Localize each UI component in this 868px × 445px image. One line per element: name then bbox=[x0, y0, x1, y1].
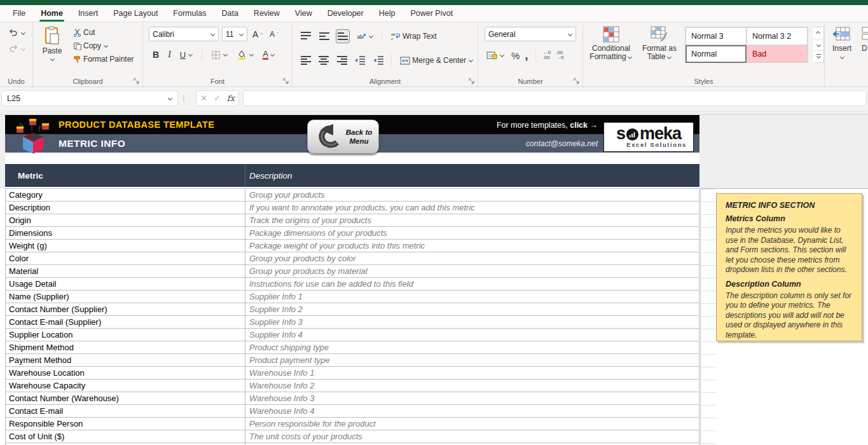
ribbon-tab[interactable]: Help bbox=[371, 5, 403, 22]
format-as-table-button[interactable]: Format as Table bbox=[639, 26, 680, 63]
insert-cells-button[interactable]: Insert bbox=[832, 26, 851, 60]
description-cell[interactable]: Product shipping type bbox=[245, 341, 699, 353]
conditional-formatting-button[interactable]: Conditional Formatting bbox=[588, 26, 634, 63]
table-row[interactable]: Warehouse Location Warehouse Info 1 bbox=[5, 367, 699, 380]
paste-button[interactable]: Paste bbox=[39, 26, 65, 64]
ribbon-tab[interactable]: Review bbox=[246, 5, 287, 22]
table-row[interactable]: Origin Track the origins of your product… bbox=[5, 214, 699, 227]
table-row[interactable]: Name (Supplier) Supplier Info 1 bbox=[5, 291, 699, 303]
ribbon-tab[interactable]: Power Pivot bbox=[403, 5, 460, 22]
promo-text[interactable]: For more templates, click → bbox=[497, 121, 598, 130]
redo-button[interactable] bbox=[6, 43, 32, 54]
merge-center-button[interactable]: Merge & Center bbox=[398, 55, 475, 65]
description-cell[interactable]: The unit costs of your products bbox=[245, 430, 699, 442]
table-row[interactable]: Contact Number (Warehouse) Warehouse Inf… bbox=[5, 392, 699, 405]
table-row[interactable]: Shipment Method Product shipping type bbox=[5, 341, 699, 354]
description-cell[interactable]: Warehouse Info 1 bbox=[245, 367, 699, 379]
cell-style-chip[interactable]: Normal bbox=[685, 45, 747, 63]
description-cell[interactable]: Group your products by color bbox=[245, 252, 699, 264]
name-box-dropdown-icon[interactable] bbox=[167, 96, 172, 101]
format-painter-button[interactable]: Format Painter bbox=[71, 54, 135, 64]
metric-cell[interactable]: Weight (g) bbox=[6, 240, 245, 252]
description-cell[interactable]: Group your products bbox=[245, 189, 699, 201]
italic-button[interactable]: I bbox=[166, 49, 173, 60]
underline-button[interactable]: U bbox=[178, 50, 195, 60]
alignment-dialog-launcher[interactable] bbox=[469, 78, 475, 85]
cell-style-chip[interactable]: Bad bbox=[747, 45, 808, 63]
percent-style-button[interactable]: % bbox=[511, 50, 520, 61]
table-row[interactable]: Dimensions Package dimensions of your pr… bbox=[5, 227, 699, 240]
table-row[interactable]: Contact E-mail Warehouse Info 4 bbox=[5, 405, 699, 418]
table-row[interactable]: Warehouse Capacity Warehouse Info 2 bbox=[5, 380, 699, 392]
ribbon-tab[interactable]: Developer bbox=[320, 5, 371, 22]
table-row[interactable]: Color Group your products by color bbox=[5, 252, 699, 265]
cell-style-chip[interactable]: Normal 3 bbox=[685, 27, 747, 45]
description-cell[interactable]: Warehouse Info 2 bbox=[245, 380, 699, 392]
clipboard-dialog-launcher[interactable] bbox=[134, 78, 140, 85]
description-cell[interactable]: Supplier Info 1 bbox=[245, 291, 699, 303]
description-cell[interactable]: If you want to annotate your products, y… bbox=[245, 202, 699, 214]
align-bottom-button[interactable] bbox=[336, 29, 350, 43]
metric-cell[interactable]: Payment Method bbox=[6, 354, 245, 366]
cell-style-chip[interactable]: Normal 3 2 bbox=[747, 27, 808, 45]
ribbon-tab[interactable]: Page Layout bbox=[106, 5, 165, 22]
undo-button[interactable] bbox=[6, 27, 32, 38]
increase-indent-button[interactable] bbox=[371, 53, 385, 67]
increase-decimal-button[interactable]: ←0.00 bbox=[543, 50, 551, 60]
table-row[interactable]: Contact Number (Supplier) Supplier Info … bbox=[5, 303, 699, 316]
gallery-expand[interactable] bbox=[813, 50, 823, 62]
formula-bar-grip[interactable] bbox=[183, 95, 186, 102]
metric-cell[interactable]: Warehouse Capacity bbox=[6, 380, 245, 392]
copy-button[interactable]: Copy bbox=[71, 41, 135, 51]
description-cell[interactable]: Supplier Info 2 bbox=[245, 303, 699, 315]
metric-cell[interactable]: Shipment Method bbox=[6, 341, 245, 353]
cut-button[interactable]: Cut bbox=[71, 27, 135, 38]
name-box[interactable]: L25 bbox=[1, 90, 178, 106]
delete-cells-button[interactable]: D bbox=[862, 26, 868, 60]
bold-button[interactable]: B bbox=[151, 49, 161, 60]
table-row[interactable]: Supplier Location Supplier Info 4 bbox=[5, 329, 699, 341]
description-cell[interactable]: Supplier Info 3 bbox=[245, 316, 699, 328]
metric-cell[interactable]: Warehouse Location bbox=[6, 367, 245, 379]
insert-function-button[interactable]: fx bbox=[227, 93, 235, 103]
borders-button[interactable] bbox=[209, 50, 230, 60]
description-cell[interactable]: Product payment type bbox=[245, 354, 699, 366]
align-top-button[interactable] bbox=[299, 29, 313, 43]
metric-cell[interactable]: Supplier Location bbox=[6, 329, 245, 341]
metric-cell[interactable]: Contact Number (Supplier) bbox=[6, 303, 245, 315]
metric-cell[interactable]: Color bbox=[6, 252, 245, 264]
formula-input[interactable] bbox=[243, 90, 867, 106]
font-size-combo[interactable]: 11 bbox=[222, 27, 247, 41]
metric-cell[interactable]: Origin bbox=[6, 214, 245, 226]
align-center-button[interactable] bbox=[317, 53, 330, 67]
align-right-button[interactable] bbox=[335, 53, 348, 67]
someka-logo[interactable]: s meka Excel Solutions bbox=[603, 122, 694, 152]
font-dialog-launcher[interactable] bbox=[283, 78, 289, 85]
metric-cell[interactable]: Description bbox=[6, 202, 245, 214]
decrease-indent-button[interactable] bbox=[353, 53, 366, 67]
table-row[interactable]: Weight (g) Package weight of your produc… bbox=[5, 240, 699, 252]
align-middle-button[interactable] bbox=[317, 29, 331, 43]
ribbon-tab[interactable]: Insert bbox=[71, 5, 106, 22]
font-color-button[interactable]: A bbox=[261, 49, 277, 60]
metric-cell[interactable]: Contact E-mail (Supplier) bbox=[6, 316, 245, 328]
ribbon-tab[interactable]: File bbox=[5, 5, 33, 22]
decrease-decimal-button[interactable]: .00→0 bbox=[556, 50, 563, 60]
description-cell[interactable]: Supplier Info 4 bbox=[245, 329, 699, 341]
metric-cell[interactable]: Responsible Person bbox=[6, 418, 245, 430]
description-cell[interactable]: Package weight of your products into thi… bbox=[245, 240, 699, 252]
ribbon-tab[interactable]: Formulas bbox=[165, 5, 214, 22]
description-cell[interactable]: Warehouse Info 4 bbox=[245, 405, 699, 417]
metric-cell[interactable]: Contact Number (Warehouse) bbox=[6, 392, 245, 404]
font-name-combo[interactable]: Calibri bbox=[149, 27, 219, 41]
ribbon-tab[interactable]: Home bbox=[33, 5, 71, 22]
align-left-button[interactable] bbox=[299, 53, 312, 67]
metric-cell[interactable]: Category bbox=[6, 189, 245, 201]
metric-cell[interactable]: Material bbox=[6, 265, 245, 277]
comma-style-button[interactable]: , bbox=[525, 52, 528, 58]
table-row[interactable]: Category Group your products bbox=[5, 189, 699, 202]
accounting-format-button[interactable]: 123 bbox=[485, 50, 506, 60]
gallery-scroll-up[interactable] bbox=[813, 27, 823, 39]
enter-button[interactable]: ✓ bbox=[214, 93, 221, 103]
description-cell[interactable]: Package dimensions of your products bbox=[245, 227, 699, 239]
